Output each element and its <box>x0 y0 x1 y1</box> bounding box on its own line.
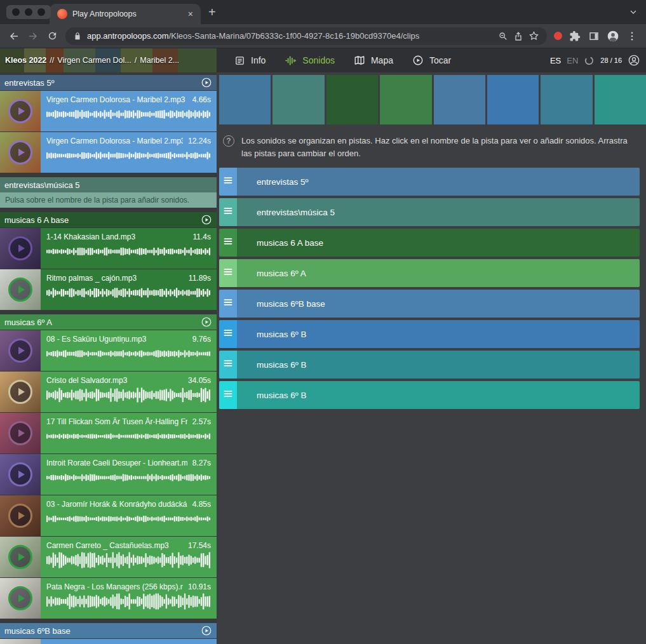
track-color-tile[interactable] <box>487 75 539 124</box>
browser-tab[interactable]: Play Antropoloops × <box>50 4 201 24</box>
track-row[interactable]: entrevistas\música 5 <box>219 198 640 226</box>
clip-thumbnail[interactable] <box>0 495 41 536</box>
clip-item[interactable]: 08 - Es Sakŭru Uguntiņu.mp39.76s <box>0 330 217 371</box>
track-row[interactable]: musicas 6 A base <box>219 229 640 257</box>
profile-avatar[interactable] <box>603 27 622 46</box>
clip-meta: Virgen Carmen Dolorosa - Maribel 2.mp312… <box>46 137 211 145</box>
breadcrumb-link[interactable]: Kleos 2022 <box>5 56 46 65</box>
clip-item[interactable]: 17 Till Flickan Som Är Tusen År-Halling … <box>0 413 217 453</box>
clip-thumbnail[interactable] <box>0 413 41 453</box>
language-es-button[interactable]: ES <box>550 56 561 65</box>
drag-handle[interactable] <box>219 381 237 409</box>
drag-handle[interactable] <box>219 320 237 348</box>
track-row-name[interactable]: musicas 6º B <box>237 351 306 379</box>
track-header[interactable]: musicas 6ºB base <box>0 623 217 638</box>
clip-thumbnail[interactable] <box>0 372 41 412</box>
window-minimize-button[interactable] <box>25 8 32 16</box>
clip-item[interactable]: 03 - Jaromír Horák & Konrádyho dudácká .… <box>0 495 217 536</box>
tab-search-chevron-icon[interactable] <box>628 7 638 17</box>
track-header[interactable]: musicas 6º A <box>0 314 217 330</box>
track-color-tile[interactable] <box>380 75 431 124</box>
track-row[interactable]: musicas 6º B <box>219 381 640 409</box>
drag-handle[interactable] <box>219 259 237 287</box>
drag-handle[interactable] <box>219 290 237 318</box>
clip-duration: 9.76s <box>192 335 211 344</box>
track-row[interactable]: musicas 6º B <box>219 320 640 348</box>
clip-item[interactable]: Virgen Carmen Dolorosa - Maribel 2.mp312… <box>0 132 217 173</box>
play-track-button[interactable] <box>201 625 212 636</box>
reload-icon[interactable] <box>43 27 62 46</box>
clip-thumbnail[interactable] <box>0 228 41 269</box>
address-bar[interactable]: app.antropoloops.com/Kleos-Santa-Marina/… <box>65 27 547 45</box>
track-row[interactable]: musicas 6º A <box>219 259 640 287</box>
track-row-name[interactable]: musicas 6º A <box>237 259 306 287</box>
track-row-name[interactable]: entrevistas\música 5 <box>237 198 335 226</box>
recording-extension-icon[interactable] <box>554 32 562 40</box>
clip-thumbnail[interactable] <box>0 132 41 173</box>
track-header[interactable]: musicas 6 A base <box>0 212 217 227</box>
lock-icon[interactable] <box>73 32 82 41</box>
url-path: /Kleos-Santa-Marina/07b6333c-1f00-4927-8… <box>169 31 420 41</box>
track-row-name[interactable]: musicas 6º B <box>237 320 306 348</box>
drag-handle[interactable] <box>219 229 237 257</box>
window-zoom-button[interactable] <box>37 8 45 16</box>
track-header[interactable]: entrevistas 5º <box>0 75 217 90</box>
extensions-puzzle-icon[interactable] <box>565 27 584 46</box>
clip-filename: 17 Till Flickan Som Är Tusen År-Halling … <box>46 417 187 426</box>
clip-thumbnail[interactable] <box>0 269 41 310</box>
clip-item[interactable]: Introit Rorate Caeli Desuper - Lionheart… <box>0 454 217 495</box>
forward-icon[interactable] <box>24 27 43 46</box>
clip-item[interactable]: Cristo del Salvador.mp334.05s <box>0 372 217 412</box>
clip-thumbnail[interactable] <box>0 454 41 495</box>
clip-thumbnail[interactable] <box>0 639 41 644</box>
drag-handle[interactable] <box>219 168 237 196</box>
window-close-button[interactable] <box>12 8 20 16</box>
track-color-tile[interactable] <box>326 75 378 124</box>
clip-info: Carmen Carreto _ Castañuelas.mp317.54s <box>41 537 217 577</box>
track-color-tile[interactable] <box>541 75 592 124</box>
track-color-tile[interactable] <box>434 75 485 124</box>
track-color-tile[interactable] <box>219 75 271 124</box>
play-track-button[interactable] <box>201 316 212 328</box>
breadcrumb-link[interactable]: Virgen Carmen Dol... <box>57 56 131 65</box>
clip-thumbnail[interactable] <box>0 537 41 577</box>
track-color-tile[interactable] <box>595 75 646 124</box>
track-row[interactable]: musicas 6º B <box>219 351 640 379</box>
new-tab-button[interactable]: + <box>208 6 216 18</box>
account-icon[interactable] <box>628 54 640 67</box>
track-color-tile[interactable] <box>273 75 324 124</box>
clip-item[interactable]: Ritmo palmas _ cajón.mp311.89s <box>0 269 217 310</box>
tab-tocar[interactable]: Tocar <box>412 55 451 66</box>
clip-item[interactable]: Virgen Carmen Dolorosa - Maribel 2.mp34.… <box>0 91 217 131</box>
zoom-icon[interactable] <box>498 31 508 41</box>
track-row-name[interactable]: entrevistas 5º <box>237 168 308 196</box>
track-header[interactable]: entrevistas\música 5 <box>0 177 217 192</box>
side-panel-icon[interactable] <box>584 27 603 46</box>
browser-menu-icon[interactable] <box>622 27 642 46</box>
tab-close-icon[interactable]: × <box>188 9 193 19</box>
track-row[interactable]: entrevistas 5º <box>219 168 640 196</box>
clip-item[interactable]: Carmen Carreto _ Castañuelas.mp317.54s <box>0 537 217 577</box>
clip-item[interactable]: 1-14 Khakasian Land.mp311.4s <box>0 228 217 269</box>
clip-thumbnail[interactable] <box>0 91 41 131</box>
bookmark-star-icon[interactable] <box>528 30 539 41</box>
clip-thumbnail[interactable] <box>0 578 41 619</box>
clip-item[interactable]: BASE Pata Negra - Los Managers3.77s <box>0 639 217 644</box>
play-track-button[interactable] <box>201 77 212 88</box>
track-row-name[interactable]: musicas 6ºB base <box>237 290 325 318</box>
share-icon[interactable] <box>513 31 523 41</box>
language-en-button[interactable]: EN <box>567 56 578 65</box>
tab-sonidos[interactable]: Sonidos <box>285 55 335 67</box>
tab-mapa[interactable]: Mapa <box>354 55 393 66</box>
clip-item[interactable]: Pata Negra - Los Managers (256 kbps).mp3… <box>0 578 217 619</box>
clip-thumbnail[interactable] <box>0 330 41 371</box>
track-row-name[interactable]: musicas 6 A base <box>237 229 323 257</box>
drag-handle[interactable] <box>219 351 237 379</box>
track-row-name[interactable]: musicas 6º B <box>237 381 306 409</box>
drag-handle[interactable] <box>219 198 237 226</box>
play-track-button[interactable] <box>201 214 212 225</box>
back-icon[interactable] <box>4 27 24 46</box>
breadcrumb-link[interactable]: Maribel 2... <box>140 56 179 65</box>
tab-info[interactable]: Info <box>234 55 266 66</box>
track-row[interactable]: musicas 6ºB base <box>219 290 640 318</box>
